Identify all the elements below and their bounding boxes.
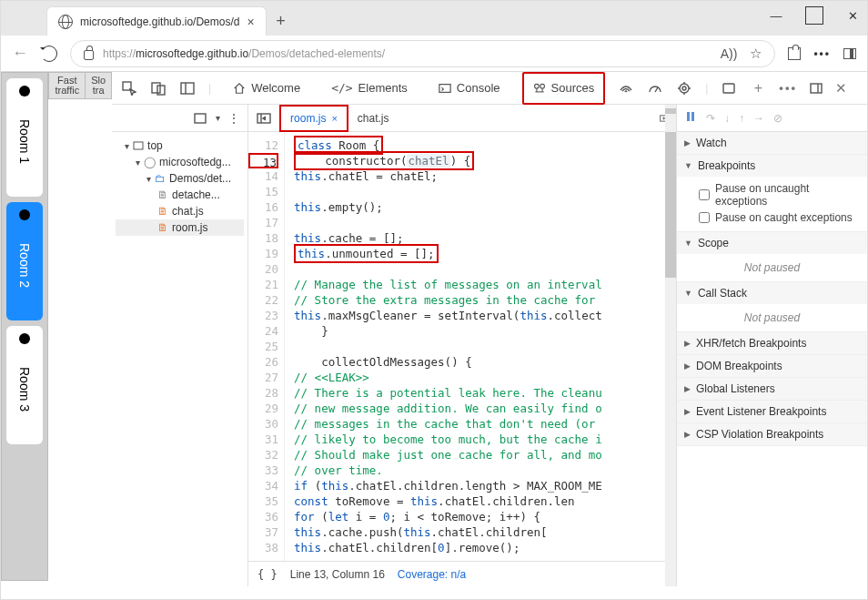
tab-sources[interactable]: Sources: [522, 72, 606, 105]
page-room-sidebar: Room 1 Room 2 Room 3: [1, 72, 48, 581]
tab-title: microsoftedge.github.io/Demos/d: [80, 15, 239, 28]
xhr-section[interactable]: ▶XHR/fetch Breakpoints: [677, 332, 867, 354]
url-text: https://microsoftedge.github.io/Demos/de…: [103, 47, 385, 60]
tree-file-room[interactable]: 🗎room.js: [116, 219, 244, 236]
room-2-button[interactable]: Room 2: [6, 202, 43, 320]
file-navigator: ▾ ⋮ ▾top ▾◯microsoftedg... ▾🗀Demos/det..…: [112, 105, 248, 586]
tree-host[interactable]: ▾◯microsoftedg...: [116, 154, 244, 170]
cursor-pos: Line 13, Column 16: [290, 568, 385, 581]
tree-top[interactable]: ▾top: [116, 137, 244, 154]
dock-icon[interactable]: [808, 80, 824, 97]
navigator-chevron-icon[interactable]: ▾: [216, 113, 220, 123]
devtools-menu-icon[interactable]: •••: [779, 81, 797, 95]
event-section[interactable]: ▶Event Listener Breakpoints: [677, 401, 867, 422]
minimize-button[interactable]: ―: [767, 6, 785, 25]
deactivate-bp-icon[interactable]: ⊘: [773, 112, 782, 125]
coverage-status[interactable]: Coverage: n/a: [398, 568, 466, 581]
svg-point-7: [540, 84, 544, 88]
panel-icon[interactable]: [721, 80, 737, 97]
step-into-icon[interactable]: ↓: [724, 112, 730, 125]
svg-rect-3: [181, 83, 194, 94]
svg-point-13: [682, 86, 686, 90]
window-controls: ― ✕: [767, 6, 862, 25]
svg-point-6: [534, 84, 539, 88]
step-over-icon[interactable]: ↷: [706, 112, 715, 125]
svg-rect-5: [439, 84, 450, 92]
favorite-icon[interactable]: ☆: [750, 46, 762, 62]
watch-section[interactable]: ▶Watch: [677, 132, 867, 154]
tab-close-icon[interactable]: ×: [247, 15, 254, 29]
braces-icon[interactable]: { }: [257, 568, 278, 581]
device-toggle-icon[interactable]: [150, 80, 167, 97]
navigator-more-icon[interactable]: ⋮: [227, 111, 240, 126]
tree-file-chat[interactable]: 🗎chat.js: [116, 203, 244, 219]
navigator-options-icon[interactable]: [192, 110, 208, 127]
tab-console[interactable]: Console: [429, 72, 510, 105]
code-lines[interactable]: class Room { constructor(chatEl) { this.…: [285, 132, 602, 561]
svg-rect-18: [723, 84, 734, 93]
debugger-panel: ↷ ↓ ↑ → ⊘ ▶Watch ▼Breakpoints Pause on u…: [676, 105, 867, 586]
callstack-section[interactable]: ▼Call Stack: [677, 282, 867, 304]
read-aloud-icon[interactable]: A)): [721, 46, 738, 61]
room-1-button[interactable]: Room 1: [6, 78, 43, 197]
global-section[interactable]: ▶Global Listeners: [677, 378, 867, 400]
code-footer: { } Line 13, Column 16 Coverage: n/a: [248, 561, 676, 586]
new-tab-button[interactable]: +: [267, 6, 296, 36]
step-out-icon[interactable]: ↑: [739, 112, 744, 125]
callstack-not-paused: Not paused: [677, 304, 867, 331]
fast-traffic-tab[interactable]: Fasttraffic: [49, 73, 86, 98]
code-editor: room.js× chat.js 12131415161718192021222…: [248, 105, 676, 586]
address-bar[interactable]: https://microsoftedge.github.io/Demos/de…: [70, 40, 775, 67]
step-icon[interactable]: →: [753, 112, 764, 125]
svg-rect-19: [811, 84, 822, 93]
svg-rect-21: [195, 114, 206, 123]
svg-line-11: [655, 87, 658, 92]
devtools-toolbar: | Welcome </>Elements Console Sources | …: [112, 72, 867, 105]
pause-resume-icon[interactable]: [684, 110, 697, 126]
line-gutter: 1213141516171819202122232425262728293031…: [248, 132, 285, 561]
browser-tab[interactable]: microsoftedge.github.io/Demos/d ×: [46, 6, 267, 36]
room-3-button[interactable]: Room 3: [6, 326, 43, 444]
scope-section[interactable]: ▼Scope: [677, 232, 867, 254]
inspect-icon[interactable]: [121, 80, 137, 97]
close-button[interactable]: ✕: [843, 6, 862, 25]
toggle-nav-icon[interactable]: [256, 110, 272, 127]
svg-rect-28: [691, 112, 694, 121]
memory-icon[interactable]: [676, 80, 692, 97]
network-conditions-icon[interactable]: [618, 80, 634, 97]
breakpoints-section[interactable]: ▼Breakpoints: [677, 155, 867, 177]
panel-layout-icon[interactable]: [179, 80, 196, 97]
file-tab-row: room.js× chat.js: [248, 105, 676, 132]
add-tab-icon[interactable]: +: [750, 80, 766, 97]
tab-elements[interactable]: </>Elements: [322, 72, 417, 105]
tree-folder[interactable]: ▾🗀Demos/det...: [116, 170, 244, 187]
window-titlebar: microsoftedge.github.io/Demos/d × + ― ✕: [1, 1, 867, 36]
sidebar-toggle-icon[interactable]: [843, 48, 856, 59]
file-tab-chat[interactable]: chat.js: [348, 105, 399, 132]
debug-toolbar: ↷ ↓ ↑ → ⊘: [677, 105, 867, 132]
browser-menu-icon[interactable]: •••: [813, 47, 831, 60]
file-tree: ▾top ▾◯microsoftedg... ▾🗀Demos/det... 🗎d…: [112, 132, 247, 241]
dom-section[interactable]: ▶DOM Breakpoints: [677, 355, 867, 377]
pause-uncaught-checkbox[interactable]: Pause on uncaught exceptions: [699, 180, 860, 209]
file-tab-room[interactable]: room.js×: [279, 105, 348, 132]
refresh-button[interactable]: [41, 46, 57, 62]
performance-icon[interactable]: [647, 80, 663, 97]
svg-rect-22: [134, 142, 143, 149]
slow-traffic-tab[interactable]: Slotra: [86, 73, 111, 98]
tab-welcome[interactable]: Welcome: [224, 72, 309, 105]
pause-caught-checkbox[interactable]: Pause on caught exceptions: [699, 209, 860, 226]
svg-point-12: [680, 84, 689, 93]
globe-icon: [58, 15, 73, 29]
back-button[interactable]: ←: [12, 44, 28, 63]
lock-icon: [84, 50, 94, 60]
scope-not-paused: Not paused: [677, 254, 867, 281]
devtools-close-icon[interactable]: ✕: [835, 80, 847, 97]
vertical-scrollbar[interactable]: [665, 132, 676, 561]
svg-rect-27: [687, 112, 690, 121]
maximize-button[interactable]: [805, 6, 823, 25]
extensions-icon[interactable]: [788, 47, 801, 60]
tree-file-detached[interactable]: 🗎detache...: [116, 187, 244, 203]
address-bar-row: ← https://microsoftedge.github.io/Demos/…: [1, 36, 867, 72]
csp-section[interactable]: ▶CSP Violation Breakpoints: [677, 423, 867, 445]
